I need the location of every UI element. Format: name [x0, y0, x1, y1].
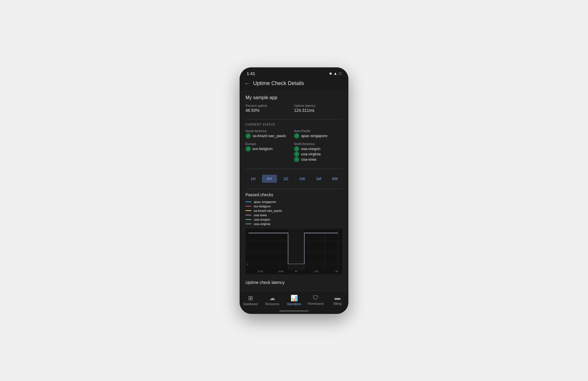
- nav-item-operations[interactable]: 📊 Operations: [283, 293, 305, 307]
- legend-label: apac-singapore: [254, 200, 276, 204]
- legend-color: [245, 202, 251, 202]
- chart-svg: 0: [245, 229, 343, 274]
- usa-virginia-name: usa-virginia: [301, 152, 320, 156]
- nav-icon-permissions: 🛡: [313, 295, 319, 301]
- check-icon-usa-iowa: [294, 157, 299, 162]
- legend-color: [245, 224, 251, 224]
- uptime-latency-value: 124.311ms: [294, 108, 343, 113]
- time-tab-1d[interactable]: 1D: [278, 175, 293, 183]
- usa-iowa-name: usa-iowa: [301, 157, 316, 162]
- legend-item: apac-singapore: [245, 200, 343, 204]
- south-america-group: South America sa-brazil-sao_paulo: [245, 129, 294, 139]
- home-indicator: [240, 308, 348, 314]
- time-tab-1w[interactable]: 1W: [295, 175, 310, 183]
- legend-label: eur-belgium: [254, 204, 271, 208]
- uptime-latency-metric: Uptime latency 124.311ms: [294, 104, 343, 113]
- legend-color: [245, 210, 251, 211]
- legend-item: sa-brazil-sao_paulo: [245, 209, 343, 212]
- usa-oregon-item: usa-oregon: [294, 146, 343, 152]
- metrics-row: Percent uptime 46.50% Uptime latency 124…: [245, 104, 343, 113]
- wifi-icon: ▲: [333, 71, 337, 76]
- nav-icon-dashboard: ⊞: [248, 295, 253, 302]
- divider-3: [245, 189, 343, 189]
- legend-item: eur-belgium: [245, 204, 343, 208]
- phone-frame: 1:41 ■ ▲ □ ← Uptime Check Details My sam…: [240, 67, 348, 314]
- eur-belgium-item: eur-belgium: [245, 146, 294, 152]
- battery-icon: ■: [329, 71, 332, 76]
- check-icon-usa-virginia: [294, 152, 299, 157]
- sa-brazil-name: sa-brazil-sao_paulo: [253, 134, 286, 138]
- svg-rect-9: [288, 229, 304, 270]
- chart-area: 0: [245, 229, 343, 274]
- divider-2: [245, 169, 343, 169]
- check-icon-sa-brazil: [245, 133, 251, 139]
- home-bar: [279, 310, 309, 312]
- legend-label: usa-iowa: [254, 213, 267, 217]
- legend-item: usa-oregon: [245, 218, 343, 221]
- north-america-group: North America usa-oregon usa-virginia us…: [294, 142, 343, 162]
- svg-text:12:00: 12:00: [278, 270, 283, 272]
- app-name: My sample app: [245, 95, 343, 100]
- current-status-label: CURRENT STATUS: [245, 123, 343, 126]
- latency-title: Uptime check latency: [245, 280, 343, 285]
- south-america-label: South America: [245, 129, 294, 133]
- status-time: 1:41: [247, 71, 255, 76]
- europe-group: Europe eur-belgium: [245, 142, 294, 152]
- legend-color: [245, 219, 251, 220]
- latency-section: Uptime check latency: [240, 277, 348, 285]
- back-button[interactable]: ←: [244, 80, 250, 87]
- passed-checks-section: Passed checks apac-singapore eur-belgium…: [240, 192, 348, 277]
- time-tab-6w[interactable]: 6W: [327, 175, 343, 183]
- nav-label-billing: Billing: [334, 302, 342, 305]
- nav-icon-operations: 📊: [290, 295, 298, 302]
- legend-item: usa-virginia: [245, 222, 343, 226]
- svg-text:30: 30: [335, 270, 338, 272]
- chart-legend: apac-singapore eur-belgium sa-brazil-sao…: [245, 200, 343, 226]
- divider-1: [245, 119, 343, 119]
- svg-text:11:30: 11:30: [258, 270, 263, 272]
- status-grid: South America sa-brazil-sao_paulo Europe…: [245, 129, 343, 162]
- sa-brazil-item: sa-brazil-sao_paulo: [245, 133, 294, 139]
- nav-item-permissions[interactable]: 🛡 Permissions: [305, 293, 327, 307]
- status-bar: 1:41 ■ ▲ □: [240, 67, 348, 78]
- apac-singapore-name: apac-singapore: [301, 134, 328, 138]
- status-col-right: Asia Pacific apac-singapore North Americ…: [294, 129, 343, 162]
- asia-pacific-label: Asia Pacific: [294, 129, 343, 133]
- nav-item-dashboard[interactable]: ⊞ Dashboard: [240, 293, 261, 307]
- uptime-latency-label: Uptime latency: [294, 104, 343, 107]
- check-icon-eur-belgium: [245, 146, 251, 152]
- apac-singapore-item: apac-singapore: [294, 133, 343, 139]
- nav-label-dashboard: Dashboard: [243, 302, 258, 306]
- legend-label: usa-virginia: [254, 222, 270, 226]
- check-icon-usa-oregon: [294, 146, 299, 152]
- page-title: Uptime Check Details: [253, 80, 304, 86]
- time-tab-1m[interactable]: 1M: [311, 175, 326, 183]
- svg-text:0: 0: [247, 263, 248, 265]
- legend-color: [245, 206, 251, 207]
- percent-uptime-metric: Percent uptime 46.50%: [245, 104, 294, 113]
- passed-checks-title: Passed checks: [245, 192, 343, 197]
- legend-color: [245, 215, 251, 215]
- svg-text:1:00: 1:00: [314, 270, 318, 272]
- eur-belgium-name: eur-belgium: [253, 147, 273, 151]
- nav-item-resources[interactable]: ☁ Resources: [261, 293, 283, 307]
- north-america-label: North America: [294, 142, 343, 146]
- main-content: My sample app Percent uptime 46.50% Upti…: [240, 90, 348, 291]
- europe-label: Europe: [245, 142, 294, 146]
- top-bar: ← Uptime Check Details: [240, 78, 348, 90]
- nav-label-resources: Resources: [265, 302, 279, 306]
- nav-label-operations: Operations: [287, 302, 301, 306]
- nav-icon-billing: ▬: [335, 295, 340, 301]
- bottom-padding: [240, 285, 348, 291]
- time-tab-6h[interactable]: 6H: [262, 175, 277, 183]
- current-status-section: CURRENT STATUS South America sa-brazil-s…: [240, 123, 348, 165]
- percent-uptime-label: Percent uptime: [245, 104, 294, 107]
- nav-item-billing[interactable]: ▬ Billing: [327, 293, 348, 307]
- time-tab-1h[interactable]: 1H: [245, 175, 261, 183]
- nav-label-permissions: Permissions: [308, 302, 324, 305]
- check-icon-apac-singapore: [294, 133, 299, 139]
- percent-uptime-value: 46.50%: [245, 108, 294, 113]
- app-section: My sample app Percent uptime 46.50% Upti…: [240, 90, 348, 116]
- svg-text:30: 30: [295, 270, 297, 272]
- legend-item: usa-iowa: [245, 213, 343, 217]
